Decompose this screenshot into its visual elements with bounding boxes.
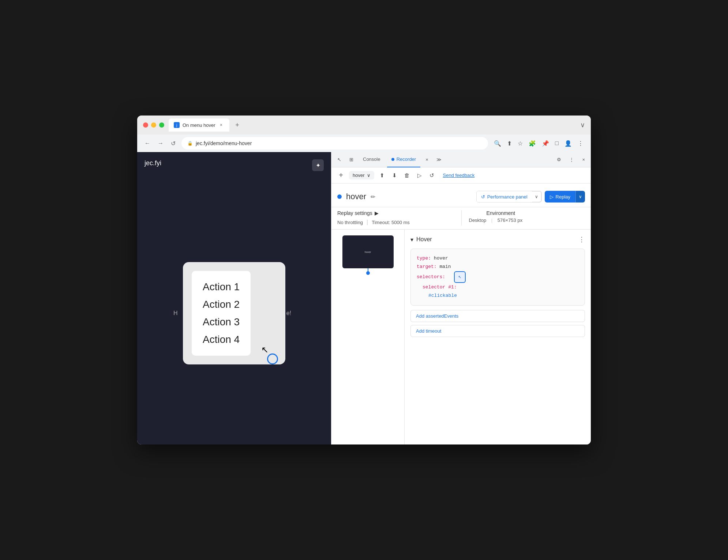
inspector-button[interactable]: ↖ [334, 155, 344, 164]
address-bar: ← → ↺ 🔒 jec.fyi/demo/menu-hover 🔍 ⬆ ☆ 🧩 … [137, 135, 591, 152]
recording-name-display: hover [346, 192, 366, 201]
forward-button[interactable]: → [156, 139, 165, 148]
step-over-button[interactable]: ▷ [414, 170, 425, 181]
settings-button[interactable]: ⚙ [554, 155, 564, 164]
traffic-lights [143, 122, 164, 128]
account-icon[interactable]: 👤 [563, 139, 573, 148]
address-input[interactable]: 🔒 jec.fyi/demo/menu-hover [181, 137, 488, 150]
recording-info: hover ✏ ↺ Performance panel ∨ ▷ [331, 183, 591, 207]
extensions-icon[interactable]: 🧩 [527, 139, 537, 148]
step-menu-button[interactable]: ⋮ [578, 235, 585, 243]
more-tabs-button[interactable]: ≫ [434, 155, 444, 164]
step-header: ▾ Hover ⋮ [410, 235, 585, 243]
add-recording-button[interactable]: + [336, 170, 346, 181]
recorder-tab[interactable]: Recorder [387, 152, 420, 167]
bookmark-icon[interactable]: ☆ [516, 139, 524, 148]
share-icon[interactable]: ⬆ [506, 139, 513, 148]
menu-item-4: Action 4 [203, 331, 240, 348]
target-key: target: [417, 264, 437, 269]
timeline-column: hover [331, 230, 405, 444]
recording-name: hover [353, 173, 365, 178]
tab-favicon: j [174, 122, 180, 128]
tab-close-button[interactable]: × [218, 122, 224, 128]
selector-val-row: #clickable [417, 291, 579, 300]
selectors-row: selectors: ↖ [417, 271, 579, 283]
theme-toggle-button[interactable]: ✦ [312, 159, 324, 171]
lock-icon: 🔒 [187, 141, 193, 146]
page-content: jec.fyi ✦ H Action 1 Action 2 Action 3 A… [137, 152, 331, 444]
selector-picker-button[interactable]: ↖ [454, 271, 466, 283]
replay-group: ▷ Replay ∨ [545, 191, 585, 203]
type-key: type: [417, 256, 431, 261]
tab-list-button[interactable]: ∨ [580, 121, 585, 129]
recording-selector[interactable]: hover ∨ [349, 171, 374, 179]
profile-icon[interactable]: 📌 [540, 139, 551, 148]
undo-button[interactable]: ↺ [427, 170, 437, 181]
action-buttons: ↺ Performance panel ∨ ▷ Replay ∨ [476, 191, 585, 203]
split-screen-icon[interactable]: □ [553, 139, 560, 148]
resolution-label: 576×753 px [498, 217, 522, 223]
recorder-active-dot [391, 158, 394, 161]
replay-main-button[interactable]: ▷ Replay [545, 191, 575, 203]
recorder-toolbar: + hover ∨ ⬆ ⬇ 🗑 ▷ ↺ Send feedback [331, 167, 591, 183]
env-separator: | [491, 217, 492, 223]
replay-dropdown-button[interactable]: ∨ [575, 191, 585, 203]
perf-icon: ↺ [481, 194, 485, 200]
menu-card-container: H Action 1 Action 2 Action 3 Action 4 e!… [145, 189, 324, 437]
devtools-panel: ↖ ⊞ Console Recorder × ≫ ⚙ ⋮ × [331, 152, 591, 444]
replay-settings-title[interactable]: Replay settings ▶ [337, 210, 461, 216]
more-icon[interactable]: ⋮ [576, 139, 585, 148]
device-button[interactable]: ⊞ [346, 155, 356, 164]
devtools-close-button[interactable]: × [579, 155, 588, 164]
step-details: ▾ Hover ⋮ type: hover target: main [405, 230, 591, 444]
steps-area: hover ▾ Hover ⋮ [331, 230, 591, 444]
recorder-tab-label: Recorder [397, 156, 416, 162]
close-traffic-light[interactable] [143, 122, 148, 128]
active-tab[interactable]: j On menu hover × [169, 118, 229, 132]
search-icon[interactable]: 🔍 [492, 139, 503, 148]
upload-button[interactable]: ⬆ [377, 170, 387, 181]
replay-play-icon: ▷ [550, 194, 553, 200]
expand-icon: ▶ [375, 210, 379, 216]
step-name: Hover [416, 236, 432, 243]
perf-panel-label: Performance panel [487, 194, 528, 200]
hover-label: H [173, 310, 178, 317]
step-expand-icon: ▾ [410, 236, 413, 243]
menu-item-3: Action 3 [203, 313, 240, 331]
menu-item-1: Action 1 [203, 278, 240, 296]
devtools-more-button[interactable]: ⋮ [566, 155, 577, 164]
browser-window: j On menu hover × + ∨ ← → ↺ 🔒 jec.fyi/de… [137, 116, 591, 444]
refresh-button[interactable]: ↺ [169, 139, 177, 148]
console-tab[interactable]: Console [359, 152, 385, 167]
cursor-arrow-icon: ↖ [261, 345, 269, 355]
target-row: target: main [417, 262, 579, 271]
perf-panel-dropdown-button[interactable]: ∨ [532, 191, 541, 202]
settings-separator: | [367, 219, 368, 226]
delete-button[interactable]: 🗑 [402, 170, 412, 181]
tab-bar: j On menu hover × + ∨ [169, 118, 585, 132]
type-val: hover [434, 256, 448, 261]
replay-settings-row: Replay settings ▶ No throttling | Timeou… [331, 207, 591, 230]
tab-title: On menu hover [183, 122, 215, 128]
console-tab-label: Console [363, 156, 380, 162]
performance-panel-button[interactable]: ↺ Performance panel [477, 191, 532, 202]
new-tab-button[interactable]: + [232, 120, 243, 130]
edit-name-button[interactable]: ✏ [371, 193, 375, 200]
selector-dropdown-icon: ∨ [367, 173, 371, 178]
back-button[interactable]: ← [143, 139, 152, 148]
minimize-traffic-light[interactable] [151, 122, 156, 128]
step-thumbnail[interactable]: hover [342, 235, 394, 268]
recorder-close-button[interactable]: × [423, 155, 431, 164]
send-feedback-link[interactable]: Send feedback [443, 173, 475, 178]
replay-settings-details: No throttling | Timeout: 5000 ms [337, 219, 461, 226]
replay-label: Replay [556, 194, 570, 200]
maximize-traffic-light[interactable] [159, 122, 164, 128]
download-button[interactable]: ⬇ [390, 170, 400, 181]
environment-right: Environment Desktop | 576×753 px [461, 210, 585, 226]
add-timeout-button[interactable]: Add timeout [410, 325, 585, 337]
menu-white-card: Action 1 Action 2 Action 3 Action 4 [192, 271, 251, 356]
add-asserted-events-button[interactable]: Add assertedEvents [410, 310, 585, 322]
devtools-toolbar: ↖ ⊞ Console Recorder × ≫ ⚙ ⋮ × [331, 152, 591, 167]
throttle-value: No throttling [337, 220, 363, 225]
timeout-value: Timeout: 5000 ms [372, 220, 410, 225]
